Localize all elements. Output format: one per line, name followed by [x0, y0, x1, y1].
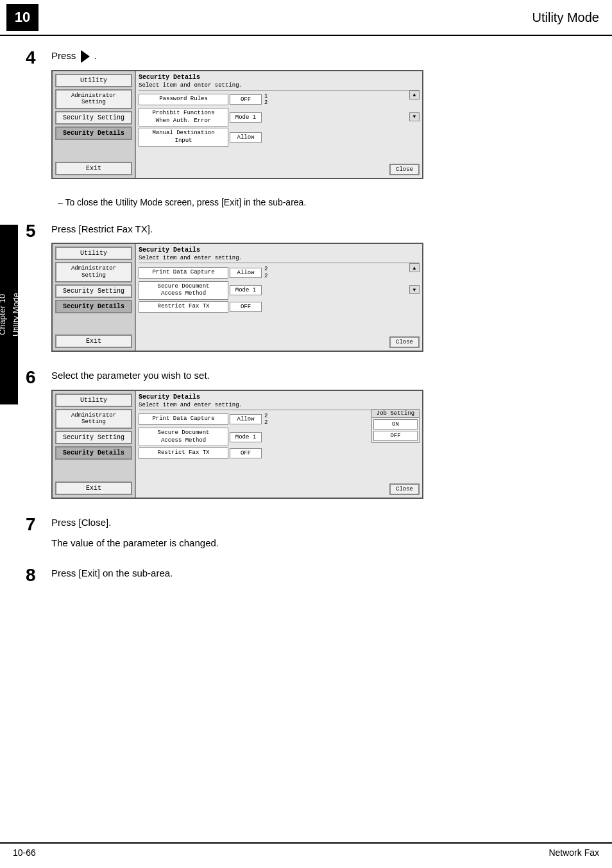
footer-page-right: Network Fax — [548, 847, 599, 858]
main-content: 4 Press . Utility AdministratorSetting S… — [0, 42, 612, 615]
sb-security-setting-step5[interactable]: Security Setting — [55, 284, 132, 298]
value-secure-doc-s6: Mode 1 — [230, 432, 262, 442]
screen-sidebar-step4: Utility AdministratorSetting Security Se… — [53, 71, 136, 178]
side-tab-mode: Utility Mode — [11, 293, 21, 336]
label-restrict-fax-s6[interactable]: Restrict Fax TX — [139, 447, 228, 459]
step-6-content: Select the parameter you wish to set. Ut… — [51, 369, 593, 507]
screen-row-step4-0: Password Rules OFF 12 — [139, 93, 420, 107]
screen-subtitle-step4: Select item and enter setting. — [139, 82, 420, 91]
step-8-text: Press [Exit] on the sub-area. — [51, 566, 593, 581]
job-setting-title: Job Setting — [372, 410, 419, 418]
value-manual-dest: Allow — [230, 132, 262, 143]
step-5-number: 5 — [26, 222, 51, 240]
close-btn-step6[interactable]: Close — [389, 483, 420, 495]
side-tab: Chapter 10 Utility Mode — [0, 225, 18, 404]
step-6-text: Select the parameter you wish to set. — [51, 369, 593, 383]
label-secure-doc-s6[interactable]: Secure DocumentAccess Method — [139, 428, 228, 446]
step-6: 6 Select the parameter you wish to set. … — [26, 369, 593, 507]
step-5-content: Press [Restrict Fax TX]. Utility Adminis… — [51, 222, 593, 360]
scroll-up-step5[interactable]: ▲ — [409, 263, 420, 272]
scroll-up-step4[interactable]: ▲ — [409, 91, 420, 100]
sb-security-setting-step6[interactable]: Security Setting — [55, 431, 132, 444]
scroll-down-step4[interactable]: ▼ — [409, 112, 420, 121]
screen-step5: Utility AdministratorSetting Security Se… — [51, 243, 423, 352]
sb-exit-step6[interactable]: Exit — [55, 482, 132, 495]
step-7-number: 7 — [26, 516, 51, 534]
label-print-data-capture-s6[interactable]: Print Data Capture — [139, 413, 228, 425]
scroll-down-step5[interactable]: ▼ — [409, 285, 420, 294]
screen-row-step5-1: Secure DocumentAccess Method Mode 1 — [139, 281, 420, 300]
sb-admin-step6[interactable]: AdministratorSetting — [55, 409, 132, 430]
page-footer: 10-66 Network Fax — [0, 842, 612, 862]
sb-utility-step4[interactable]: Utility — [55, 74, 132, 87]
job-setting-off[interactable]: OFF — [373, 431, 418, 441]
page-header: 10 Utility Mode — [0, 0, 612, 36]
close-btn-step4[interactable]: Close — [389, 164, 420, 175]
value-print-data-capture-s5: Allow — [230, 268, 262, 278]
step-6-number: 6 — [26, 369, 51, 386]
sub-note-step4: To close the Utility Mode screen, press … — [58, 196, 593, 209]
label-print-data-capture-s5[interactable]: Print Data Capture — [139, 267, 228, 279]
sb-exit-step4[interactable]: Exit — [55, 162, 132, 175]
page-indicator-step4: 12 — [264, 93, 268, 107]
chapter-number: 10 — [6, 4, 38, 31]
screen-main-step6: Security Details Select item and enter s… — [136, 391, 422, 498]
label-prohibit[interactable]: Prohibit FunctionsWhen Auth. Error — [139, 108, 228, 126]
step-7-content: Press [Close]. The value of the paramete… — [51, 516, 593, 557]
value-secure-doc-s5: Mode 1 — [230, 285, 262, 295]
value-prohibit: Mode 1 — [230, 112, 262, 123]
sb-exit-step5[interactable]: Exit — [55, 334, 132, 348]
sb-admin-step5[interactable]: AdministratorSetting — [55, 262, 132, 282]
value-print-data-capture-s6: Allow — [230, 414, 262, 424]
screen-title-step5: Security Details — [139, 247, 420, 254]
step-4-content: Press . Utility AdministratorSetting Sec… — [51, 49, 593, 187]
screen-row-step5-0: Print Data Capture Allow 22 — [139, 266, 420, 280]
step-7-text: Press [Close]. — [51, 516, 593, 530]
scroll-arrows-step5: ▲ ▼ — [409, 263, 420, 294]
page-indicator-step5: 22 — [264, 266, 268, 280]
screen-row-step4-1: Prohibit FunctionsWhen Auth. Error Mode … — [139, 108, 420, 126]
screen-rows-step5: Print Data Capture Allow 22 Secure Docum… — [139, 266, 420, 348]
side-tab-chapter: Chapter 10 — [0, 294, 7, 335]
label-secure-doc-s5[interactable]: Secure DocumentAccess Method — [139, 281, 228, 300]
step-4-text: Press . — [51, 49, 593, 64]
sb-security-details-step5[interactable]: Security Details — [55, 300, 132, 313]
step-7: 7 Press [Close]. The value of the parame… — [26, 516, 593, 557]
footer-page-left: 10-66 — [13, 847, 36, 858]
value-restrict-fax-s6: OFF — [230, 448, 262, 458]
job-setting-on[interactable]: ON — [373, 419, 418, 430]
screen-sidebar-step5: Utility AdministratorSetting Security Se… — [53, 244, 136, 351]
screen-subtitle-step5: Select item and enter setting. — [139, 255, 420, 263]
step-4: 4 Press . Utility AdministratorSetting S… — [26, 49, 593, 187]
screen-rows-step4: Password Rules OFF 12 Prohibit Functions… — [139, 93, 420, 175]
step-8-number: 8 — [26, 566, 51, 584]
screen-row-step6-2: Restrict Fax TX OFF — [139, 447, 420, 459]
screen-title-step4: Security Details — [139, 74, 420, 81]
screen-sidebar-step6: Utility AdministratorSetting Security Se… — [53, 391, 136, 498]
page-indicator-step6: 22 — [264, 413, 268, 427]
sb-utility-step6[interactable]: Utility — [55, 394, 132, 407]
label-restrict-fax-s5[interactable]: Restrict Fax TX — [139, 301, 228, 313]
sb-utility-step5[interactable]: Utility — [55, 247, 132, 260]
scroll-arrows-step4: ▲ ▼ — [409, 91, 420, 121]
step-5-text: Press [Restrict Fax TX]. — [51, 222, 593, 237]
page-title: Utility Mode — [532, 10, 599, 25]
screen-step4: Utility AdministratorSetting Security Se… — [51, 70, 423, 179]
step-7-subtext: The value of the parameter is changed. — [51, 536, 593, 551]
close-btn-step5[interactable]: Close — [389, 336, 420, 348]
screen-main-step4: Security Details Select item and enter s… — [136, 71, 422, 178]
sb-security-details-step6[interactable]: Security Details — [55, 446, 132, 460]
step-8-content: Press [Exit] on the sub-area. — [51, 566, 593, 587]
label-manual-dest[interactable]: Manual DestinationInput — [139, 128, 228, 146]
sb-admin-step4[interactable]: AdministratorSetting — [55, 89, 132, 110]
step-4-number: 4 — [26, 49, 51, 67]
sb-security-details-step4[interactable]: Security Details — [55, 126, 132, 140]
sb-security-step4[interactable]: Security Setting — [55, 111, 132, 125]
label-password-rules[interactable]: Password Rules — [139, 94, 228, 105]
screen-row-step5-2: Restrict Fax TX OFF — [139, 301, 420, 313]
step-5: 5 Press [Restrict Fax TX]. Utility Admin… — [26, 222, 593, 360]
step-8: 8 Press [Exit] on the sub-area. — [26, 566, 593, 587]
screen-title-step6: Security Details — [139, 394, 420, 401]
value-password-rules: OFF — [230, 94, 262, 105]
value-restrict-fax-s5: OFF — [230, 302, 262, 312]
